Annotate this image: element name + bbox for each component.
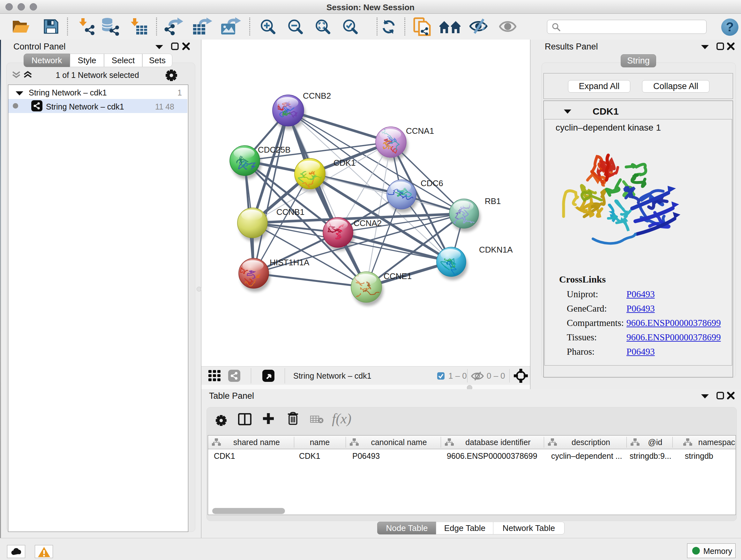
svg-text:CCNA2: CCNA2 (354, 219, 382, 228)
svg-text:CCNB2: CCNB2 (303, 91, 331, 101)
svg-text:CCNA1: CCNA1 (406, 126, 434, 136)
svg-text:HIST1H1A: HIST1H1A (270, 258, 310, 267)
svg-text:RB1: RB1 (485, 196, 501, 206)
svg-text:CDC25B: CDC25B (258, 145, 291, 154)
svg-text:CCNB1: CCNB1 (276, 207, 305, 217)
svg-text:CCNE1: CCNE1 (384, 271, 412, 281)
svg-text:CDC6: CDC6 (421, 179, 443, 188)
svg-text:CDK1: CDK1 (333, 158, 355, 168)
svg-text:CDKN1A: CDKN1A (479, 245, 513, 254)
svg-text:?: ? (726, 20, 734, 34)
